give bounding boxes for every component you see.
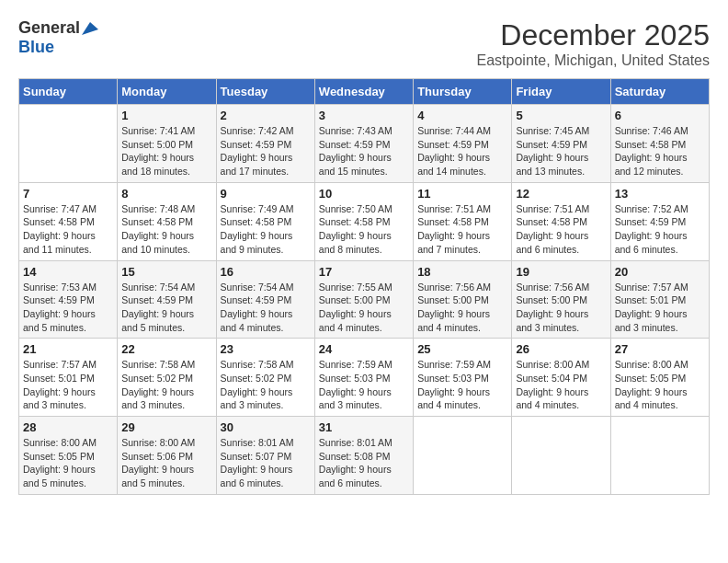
day-info: Sunrise: 7:54 AM Sunset: 4:59 PM Dayligh… [221,281,311,335]
calendar-week-row: 14Sunrise: 7:53 AM Sunset: 4:59 PM Dayli… [19,260,710,339]
day-number: 7 [23,187,113,201]
calendar-cell: 1Sunrise: 7:41 AM Sunset: 5:00 PM Daylig… [118,105,216,183]
calendar-cell: 10Sunrise: 7:50 AM Sunset: 4:58 PM Dayli… [314,182,413,260]
calendar-cell: 26Sunrise: 8:00 AM Sunset: 5:04 PM Dayli… [512,339,610,417]
month-title: December 2025 [477,18,710,52]
day-info: Sunrise: 7:50 AM Sunset: 4:58 PM Dayligh… [319,202,409,257]
title-area: December 2025 Eastpointe, Michigan, Unit… [477,18,710,69]
day-number: 30 [221,420,311,434]
day-number: 14 [23,265,113,279]
calendar-cell [610,417,709,495]
calendar-cell: 2Sunrise: 7:42 AM Sunset: 4:59 PM Daylig… [216,105,314,183]
calendar-cell: 25Sunrise: 7:59 AM Sunset: 5:03 PM Dayli… [414,339,512,417]
day-number: 11 [417,187,507,201]
day-number: 12 [516,187,606,201]
day-number: 17 [319,265,409,279]
calendar-cell: 8Sunrise: 7:48 AM Sunset: 4:58 PM Daylig… [118,182,216,260]
day-info: Sunrise: 7:43 AM Sunset: 4:59 PM Dayligh… [319,124,409,178]
day-info: Sunrise: 7:51 AM Sunset: 4:58 PM Dayligh… [417,202,507,257]
day-info: Sunrise: 7:56 AM Sunset: 5:00 PM Dayligh… [516,281,606,335]
calendar-cell: 14Sunrise: 7:53 AM Sunset: 4:59 PM Dayli… [19,260,118,339]
header-sunday: Sunday [19,79,118,105]
day-info: Sunrise: 7:55 AM Sunset: 5:00 PM Dayligh… [319,281,409,335]
day-info: Sunrise: 7:56 AM Sunset: 5:00 PM Dayligh… [417,281,507,335]
day-info: Sunrise: 7:58 AM Sunset: 5:02 PM Dayligh… [121,358,211,412]
calendar-cell: 5Sunrise: 7:45 AM Sunset: 4:59 PM Daylig… [512,105,610,183]
location-text: Eastpointe, Michigan, United States [477,52,710,69]
logo-general-text: General [18,18,80,38]
calendar-cell: 9Sunrise: 7:49 AM Sunset: 4:58 PM Daylig… [216,182,314,260]
calendar-cell: 16Sunrise: 7:54 AM Sunset: 4:59 PM Dayli… [216,260,314,339]
day-number: 23 [221,342,311,356]
day-info: Sunrise: 7:54 AM Sunset: 4:59 PM Dayligh… [121,281,211,335]
calendar-cell: 27Sunrise: 8:00 AM Sunset: 5:05 PM Dayli… [610,339,709,417]
day-info: Sunrise: 7:44 AM Sunset: 4:59 PM Dayligh… [417,124,507,178]
calendar-cell: 18Sunrise: 7:56 AM Sunset: 5:00 PM Dayli… [414,260,512,339]
calendar-cell: 20Sunrise: 7:57 AM Sunset: 5:01 PM Dayli… [610,260,709,339]
logo-bird-icon [82,22,98,35]
day-number: 21 [23,342,113,356]
day-info: Sunrise: 8:00 AM Sunset: 5:05 PM Dayligh… [23,436,113,490]
calendar-week-row: 1Sunrise: 7:41 AM Sunset: 5:00 PM Daylig… [19,105,710,183]
calendar-cell: 23Sunrise: 7:58 AM Sunset: 5:02 PM Dayli… [216,339,314,417]
day-info: Sunrise: 7:46 AM Sunset: 4:58 PM Dayligh… [615,124,705,178]
calendar-cell: 31Sunrise: 8:01 AM Sunset: 5:08 PM Dayli… [314,417,413,495]
day-info: Sunrise: 7:42 AM Sunset: 4:59 PM Dayligh… [221,124,311,178]
day-info: Sunrise: 8:00 AM Sunset: 5:04 PM Dayligh… [516,358,606,412]
day-info: Sunrise: 8:01 AM Sunset: 5:07 PM Dayligh… [221,436,311,490]
calendar-header-row: SundayMondayTuesdayWednesdayThursdayFrid… [19,79,710,105]
day-number: 15 [121,265,211,279]
day-info: Sunrise: 7:53 AM Sunset: 4:59 PM Dayligh… [23,281,113,335]
day-info: Sunrise: 8:00 AM Sunset: 5:05 PM Dayligh… [615,358,705,412]
day-number: 28 [23,420,113,434]
calendar-cell: 30Sunrise: 8:01 AM Sunset: 5:07 PM Dayli… [216,417,314,495]
day-info: Sunrise: 7:57 AM Sunset: 5:01 PM Dayligh… [615,281,705,335]
calendar-week-row: 7Sunrise: 7:47 AM Sunset: 4:58 PM Daylig… [19,182,710,260]
calendar-cell: 17Sunrise: 7:55 AM Sunset: 5:00 PM Dayli… [314,260,413,339]
header-saturday: Saturday [610,79,709,105]
day-info: Sunrise: 8:00 AM Sunset: 5:06 PM Dayligh… [121,436,211,490]
calendar-cell: 19Sunrise: 7:56 AM Sunset: 5:00 PM Dayli… [512,260,610,339]
header-tuesday: Tuesday [216,79,314,105]
calendar-cell: 11Sunrise: 7:51 AM Sunset: 4:58 PM Dayli… [414,182,512,260]
calendar-cell [512,417,610,495]
calendar-week-row: 28Sunrise: 8:00 AM Sunset: 5:05 PM Dayli… [19,417,710,495]
header-thursday: Thursday [414,79,512,105]
day-number: 22 [121,342,211,356]
day-info: Sunrise: 7:52 AM Sunset: 4:59 PM Dayligh… [615,202,705,257]
header-friday: Friday [512,79,610,105]
calendar-table: SundayMondayTuesdayWednesdayThursdayFrid… [18,78,710,495]
calendar-cell: 24Sunrise: 7:59 AM Sunset: 5:03 PM Dayli… [314,339,413,417]
day-info: Sunrise: 8:01 AM Sunset: 5:08 PM Dayligh… [319,436,409,490]
day-info: Sunrise: 7:58 AM Sunset: 5:02 PM Dayligh… [221,358,311,412]
day-number: 6 [615,109,705,122]
day-number: 25 [417,342,507,356]
day-info: Sunrise: 7:45 AM Sunset: 4:59 PM Dayligh… [516,124,606,178]
page-header: General Blue December 2025 Eastpointe, M… [18,18,710,69]
calendar-cell: 7Sunrise: 7:47 AM Sunset: 4:58 PM Daylig… [19,182,118,260]
calendar-cell: 4Sunrise: 7:44 AM Sunset: 4:59 PM Daylig… [414,105,512,183]
calendar-week-row: 21Sunrise: 7:57 AM Sunset: 5:01 PM Dayli… [19,339,710,417]
day-info: Sunrise: 7:49 AM Sunset: 4:58 PM Dayligh… [221,202,311,257]
calendar-cell: 13Sunrise: 7:52 AM Sunset: 4:59 PM Dayli… [610,182,709,260]
day-number: 16 [221,265,311,279]
day-info: Sunrise: 7:51 AM Sunset: 4:58 PM Dayligh… [516,202,606,257]
day-number: 9 [221,187,311,201]
calendar-cell: 28Sunrise: 8:00 AM Sunset: 5:05 PM Dayli… [19,417,118,495]
day-number: 29 [121,420,211,434]
calendar-cell: 22Sunrise: 7:58 AM Sunset: 5:02 PM Dayli… [118,339,216,417]
day-info: Sunrise: 7:41 AM Sunset: 5:00 PM Dayligh… [121,124,211,178]
calendar-cell: 29Sunrise: 8:00 AM Sunset: 5:06 PM Dayli… [118,417,216,495]
day-number: 26 [516,342,606,356]
day-number: 5 [516,109,606,122]
day-info: Sunrise: 7:59 AM Sunset: 5:03 PM Dayligh… [417,358,507,412]
day-number: 13 [615,187,705,201]
day-number: 20 [615,265,705,279]
logo: General Blue [18,18,98,57]
day-number: 1 [121,109,211,122]
day-number: 18 [417,265,507,279]
day-number: 19 [516,265,606,279]
day-number: 31 [319,420,409,434]
calendar-cell [19,105,118,183]
logo-blue-text: Blue [18,38,54,56]
